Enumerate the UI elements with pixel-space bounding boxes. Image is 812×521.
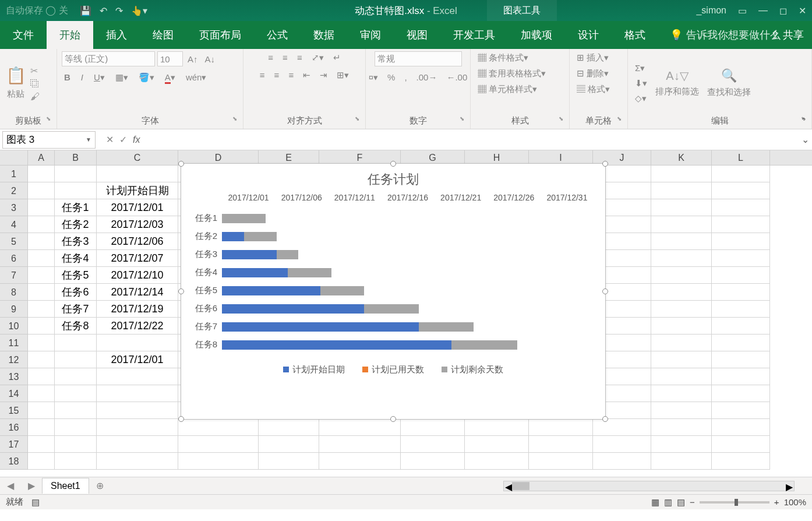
- conditional-format-button[interactable]: ▦ 条件格式▾: [475, 51, 531, 65]
- user-name[interactable]: _simon: [696, 5, 726, 16]
- row-header[interactable]: 11: [0, 335, 28, 351]
- currency-icon[interactable]: ¤▾: [366, 71, 380, 84]
- cancel-formula-icon[interactable]: ✕: [106, 134, 114, 145]
- cell[interactable]: 2017/12/19: [97, 301, 178, 318]
- cell[interactable]: [651, 199, 712, 216]
- cell[interactable]: [712, 233, 770, 250]
- cell[interactable]: [712, 199, 770, 216]
- fill-icon[interactable]: ⬇▾: [633, 77, 649, 90]
- row-header[interactable]: 9: [0, 301, 28, 318]
- cell[interactable]: [55, 385, 97, 402]
- cell[interactable]: [97, 335, 178, 351]
- cell[interactable]: [178, 419, 259, 436]
- sort-filter-button[interactable]: 排序和筛选: [653, 85, 701, 98]
- share-button[interactable]: ⇪ 共享: [771, 28, 804, 42]
- cell[interactable]: [319, 453, 401, 470]
- row-header[interactable]: 5: [0, 233, 28, 250]
- paste-icon[interactable]: 📋: [6, 66, 26, 85]
- cell[interactable]: [55, 335, 97, 351]
- tab-review[interactable]: 审阅: [347, 21, 394, 49]
- cell[interactable]: [28, 402, 55, 419]
- cell[interactable]: 任务3: [55, 233, 97, 250]
- cell[interactable]: [593, 436, 651, 453]
- bar-segment-remaining[interactable]: [419, 322, 474, 332]
- dec-decimal-icon[interactable]: ←.00: [444, 71, 469, 84]
- cell[interactable]: [28, 182, 55, 199]
- cell[interactable]: [28, 453, 55, 470]
- zoom-slider[interactable]: [700, 501, 769, 504]
- cell[interactable]: 任务6: [55, 284, 97, 301]
- chart-legend[interactable]: 计划开始日期计划已用天数计划剩余天数: [181, 356, 605, 383]
- cell[interactable]: [712, 166, 770, 182]
- insert-function-icon[interactable]: fx: [133, 135, 140, 145]
- row-header[interactable]: 7: [0, 267, 28, 284]
- bar-segment-start[interactable]: [222, 304, 364, 314]
- clear-icon[interactable]: ◇▾: [633, 92, 649, 105]
- cell[interactable]: [651, 453, 712, 470]
- embedded-chart[interactable]: 任务计划 2017/12/012017/12/062017/12/112017/…: [181, 163, 606, 420]
- cell[interactable]: 2017/12/03: [97, 216, 178, 233]
- page-break-view-icon[interactable]: ▤: [677, 497, 685, 508]
- cell[interactable]: [465, 436, 529, 453]
- cell[interactable]: [651, 419, 712, 436]
- cell[interactable]: [28, 166, 55, 182]
- tab-file[interactable]: 文件: [0, 21, 47, 49]
- minimize-icon[interactable]: —: [758, 5, 768, 16]
- cell[interactable]: [712, 436, 770, 453]
- tab-addins[interactable]: 加载项: [508, 21, 565, 49]
- cell[interactable]: [97, 453, 178, 470]
- cell[interactable]: [97, 436, 178, 453]
- bar-segment-remaining[interactable]: [244, 232, 277, 241]
- merge-icon[interactable]: ⊞▾: [334, 69, 351, 82]
- row-header[interactable]: 15: [0, 402, 28, 419]
- sheet-tab[interactable]: Sheet1: [42, 478, 89, 494]
- row-header[interactable]: 16: [0, 419, 28, 436]
- cell[interactable]: [28, 351, 55, 368]
- tab-data[interactable]: 数据: [301, 21, 347, 49]
- cell[interactable]: [97, 419, 178, 436]
- bar-segment-remaining[interactable]: [451, 340, 517, 350]
- scrollbar-thumb[interactable]: [512, 482, 529, 490]
- percent-icon[interactable]: %: [385, 71, 397, 84]
- tab-chart-format[interactable]: 格式: [612, 21, 658, 49]
- tab-chart-design[interactable]: 设计: [565, 21, 612, 49]
- bar-segment-remaining[interactable]: [288, 268, 331, 277]
- format-cells-button[interactable]: ▤ 格式▾: [574, 83, 612, 96]
- cell[interactable]: [401, 419, 465, 436]
- tell-me-search[interactable]: 💡 告诉我你想要做什么: [670, 28, 781, 42]
- increase-font-icon[interactable]: A↑: [185, 53, 200, 65]
- zoom-in-icon[interactable]: +: [774, 497, 779, 507]
- autosum-icon[interactable]: Σ▾: [633, 62, 649, 75]
- cell[interactable]: [712, 453, 770, 470]
- ribbon-options-icon[interactable]: ▭: [738, 5, 747, 16]
- resize-handle[interactable]: [390, 416, 396, 422]
- cell[interactable]: 任务4: [55, 250, 97, 267]
- cell[interactable]: [55, 402, 97, 419]
- cell[interactable]: [651, 351, 712, 368]
- cut-icon[interactable]: ✂: [30, 65, 40, 76]
- cell[interactable]: [651, 368, 712, 385]
- row-header[interactable]: 2: [0, 182, 28, 199]
- row-header[interactable]: 13: [0, 368, 28, 385]
- cell[interactable]: [28, 233, 55, 250]
- zoom-level[interactable]: 100%: [784, 497, 806, 507]
- cell[interactable]: [651, 267, 712, 284]
- fill-color-button[interactable]: 🪣▾: [136, 71, 157, 84]
- wrap-text-icon[interactable]: ↵: [331, 51, 343, 64]
- bar-segment-start[interactable]: [222, 340, 451, 350]
- sort-filter-icon[interactable]: A↓▽: [666, 69, 688, 83]
- horizontal-scrollbar[interactable]: ◀ ▶: [503, 481, 795, 491]
- cell[interactable]: [28, 216, 55, 233]
- cell[interactable]: [28, 368, 55, 385]
- cell[interactable]: 2017/12/01: [97, 199, 178, 216]
- cell[interactable]: [529, 453, 593, 470]
- resize-handle[interactable]: [178, 161, 184, 167]
- autosave-toggle[interactable]: 自动保存 ◯ 关: [6, 5, 68, 17]
- bar-segment-start[interactable]: [222, 268, 288, 277]
- bar-segment-remaining[interactable]: [277, 250, 299, 259]
- bar-segment-start[interactable]: [222, 232, 244, 241]
- row-header[interactable]: 3: [0, 199, 28, 216]
- copy-icon[interactable]: ⿻: [30, 79, 40, 89]
- cell[interactable]: [55, 453, 97, 470]
- enter-formula-icon[interactable]: ✓: [119, 134, 127, 145]
